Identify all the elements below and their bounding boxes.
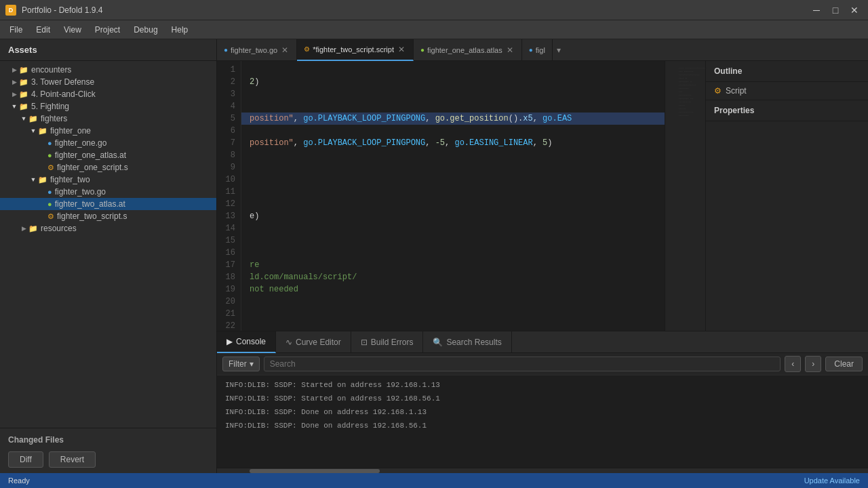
- prev-result-button[interactable]: ‹: [785, 356, 801, 372]
- code-line-14: [241, 222, 665, 235]
- status-bar: Ready Update Available: [0, 473, 868, 488]
- menu-view[interactable]: View: [57, 22, 88, 37]
- sidebar-item-fighter-one[interactable]: ▼ 📁 fighter_one: [0, 125, 216, 137]
- console-tab-icon: ▶: [226, 337, 233, 346]
- sidebar-item-fighter-two-atlas[interactable]: ● fighter_two_atlas.at: [0, 198, 216, 210]
- minimize-button[interactable]: ─: [808, 4, 825, 16]
- tab-close-fighter-one-atlas[interactable]: ✕: [505, 45, 515, 56]
- filter-label: Filter: [229, 359, 247, 369]
- sidebar-actions: Diff Revert: [0, 449, 216, 470]
- properties-panel: Properties: [706, 100, 868, 331]
- figl-file-icon: ●: [529, 46, 533, 54]
- tab-build-errors[interactable]: ⊡ Build Errors: [351, 331, 424, 353]
- line-numbers: 12345 678910 1112131415 1617181920 2122: [217, 61, 241, 331]
- properties-panel-header: Properties: [706, 100, 868, 121]
- console-tab-label: Console: [236, 337, 266, 346]
- filter-dropdown-icon: ▾: [250, 359, 254, 369]
- code-lines[interactable]: 2) position", go.PLAYBACK_LOOP_PINGPONG,…: [241, 61, 665, 331]
- code-line-15: [241, 235, 665, 247]
- script-icon: ⚙: [714, 86, 722, 96]
- log-line-3: INFO:DLIB: SSDP: Done on address 192.168…: [217, 405, 868, 419]
- tab-fighter-one-atlas[interactable]: ● fighter_one_atlas.atlas ✕: [414, 39, 522, 61]
- menu-edit[interactable]: Edit: [29, 22, 57, 37]
- editor-minimap: ···· ·················· ··· ········ ···…: [665, 61, 705, 331]
- update-available-link[interactable]: Update Available: [804, 476, 860, 485]
- outline-item-script[interactable]: ⚙ Script: [706, 82, 868, 100]
- code-line-1: [241, 64, 665, 76]
- code-line-17: re: [241, 259, 665, 271]
- code-line-5: position", go.PLAYBACK_LOOP_PINGPONG, go…: [241, 113, 665, 125]
- sidebar-item-fighter-two[interactable]: ▼ 📁 fighter_two: [0, 174, 216, 186]
- menu-bar: File Edit View Project Debug Help: [0, 20, 868, 39]
- title-bar-text: Portfolio - Defold 1.9.4: [22, 5, 803, 15]
- sidebar-item-encounters[interactable]: ▶ 📁 encounters: [0, 64, 216, 76]
- outline-item-label: Script: [726, 86, 747, 96]
- changed-files-label: Changed Files: [0, 431, 216, 449]
- next-result-button[interactable]: ›: [805, 356, 821, 372]
- tab-bar: ● fighter_two.go ✕ ⚙ *fighter_two_script…: [217, 39, 868, 61]
- tab-figl[interactable]: ● figl: [522, 39, 553, 61]
- sidebar-item-fighters[interactable]: ▼ 📁 fighters: [0, 113, 216, 125]
- log-line-1: INFO:DLIB: SSDP: Started on address 192.…: [217, 378, 868, 392]
- tab-fighter-two-script[interactable]: ⚙ *fighter_two_script.script ✕: [297, 39, 414, 61]
- sidebar-item-fighter-one-go[interactable]: ● fighter_one.go: [0, 137, 216, 149]
- close-button[interactable]: ✕: [846, 4, 863, 16]
- menu-help[interactable]: Help: [165, 22, 195, 37]
- script-file-icon: ⚙: [304, 45, 310, 53]
- code-editor[interactable]: 12345 678910 1112131415 1617181920 2122 …: [217, 61, 665, 331]
- build-errors-tab-icon: ⊡: [361, 338, 368, 347]
- tab-close-fighter-two-go[interactable]: ✕: [280, 45, 290, 56]
- menu-file[interactable]: File: [3, 22, 29, 37]
- sidebar-item-point-click[interactable]: ▶ 📁 4. Point-and-Click: [0, 88, 216, 100]
- console-horizontal-scrollbar[interactable]: [217, 468, 868, 473]
- revert-button[interactable]: Revert: [49, 451, 96, 468]
- clear-button[interactable]: Clear: [825, 357, 863, 371]
- sidebar-tree: ▶ 📁 encounters ▶ 📁 3. Tower Defense ▶ 📁 …: [0, 61, 216, 428]
- outline-panel: Outline ⚙ Script Properties: [705, 61, 868, 331]
- curve-editor-tab-icon: ∿: [285, 338, 292, 347]
- tab-fighter-two-go[interactable]: ● fighter_two.go ✕: [217, 39, 297, 61]
- tab-close-fighter-two-script[interactable]: ✕: [397, 44, 406, 55]
- code-content: 12345 678910 1112131415 1617181920 2122 …: [217, 61, 665, 331]
- sidebar-item-fighting[interactable]: ▼ 📁 5. Fighting: [0, 100, 216, 113]
- maximize-button[interactable]: □: [827, 4, 844, 16]
- sidebar-header: Assets: [0, 39, 216, 61]
- code-line-12: [241, 198, 665, 210]
- bottom-panel: ▶ Console ∿ Curve Editor ⊡ Build Errors …: [217, 331, 868, 473]
- bottom-tab-bar: ▶ Console ∿ Curve Editor ⊡ Build Errors …: [217, 331, 868, 353]
- sidebar-item-resources[interactable]: ▶ 📁 resources: [0, 222, 216, 235]
- sidebar-item-fighter-one-atlas[interactable]: ● fighter_one_atlas.at: [0, 149, 216, 161]
- search-results-tab-icon: 🔍: [433, 338, 443, 347]
- status-text: Ready: [8, 476, 30, 485]
- menu-debug[interactable]: Debug: [127, 22, 164, 37]
- sidebar-item-fighter-two-go[interactable]: ● fighter_two.go: [0, 186, 216, 198]
- title-bar: D Portfolio - Defold 1.9.4 ─ □ ✕: [0, 0, 868, 20]
- editor-area: 12345 678910 1112131415 1617181920 2122 …: [217, 61, 868, 331]
- console-search-input[interactable]: [264, 357, 781, 371]
- atlas-file-icon: ●: [420, 46, 425, 54]
- curve-editor-tab-label: Curve Editor: [296, 338, 341, 347]
- tab-overflow-button[interactable]: ▾: [553, 39, 565, 61]
- tab-search-results[interactable]: 🔍 Search Results: [423, 331, 511, 353]
- code-line-16: [241, 247, 665, 259]
- diff-button[interactable]: Diff: [8, 451, 43, 468]
- code-line-7: position", go.PLAYBACK_LOOP_PINGPONG, -5…: [241, 137, 665, 149]
- code-line-6: [241, 125, 665, 137]
- code-line-11: [241, 186, 665, 198]
- code-line-8: [241, 149, 665, 161]
- sidebar-item-fighter-two-script[interactable]: ⚙ fighter_two_script.s: [0, 210, 216, 222]
- sidebar-bottom: Changed Files Diff Revert: [0, 428, 216, 473]
- code-line-9: [241, 161, 665, 174]
- code-line-3: [241, 88, 665, 100]
- sidebar-item-tower-defense[interactable]: ▶ 📁 3. Tower Defense: [0, 76, 216, 88]
- tab-console[interactable]: ▶ Console: [217, 331, 276, 353]
- sidebar-item-fighter-one-script[interactable]: ⚙ fighter_one_script.s: [0, 161, 216, 174]
- console-area: Filter ▾ ‹ › Clear INFO:DLIB: SSDP: Star…: [217, 353, 868, 473]
- console-toolbar: Filter ▾ ‹ › Clear: [217, 353, 868, 375]
- tab-curve-editor[interactable]: ∿ Curve Editor: [276, 331, 351, 353]
- go-file-icon: ●: [224, 46, 228, 54]
- code-line-2: 2): [241, 76, 665, 88]
- code-line-4: [241, 100, 665, 113]
- filter-button[interactable]: Filter ▾: [222, 357, 260, 371]
- menu-project[interactable]: Project: [88, 22, 127, 37]
